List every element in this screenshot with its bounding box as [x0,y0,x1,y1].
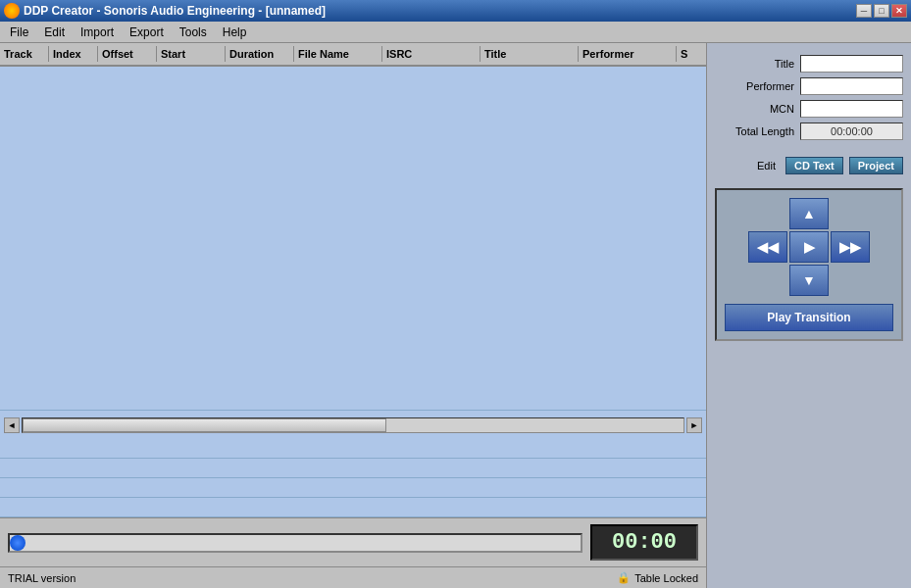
title-bar-left: DDP Creator - Sonoris Audio Engineering … [4,3,326,19]
main-layout: Track Index Offset Start Duration File N… [0,43,911,588]
total-length-field-row: Total Length [715,122,903,140]
playhead-track[interactable] [8,533,582,553]
title-bar: DDP Creator - Sonoris Audio Engineering … [0,0,911,22]
table-locked-label: Table Locked [634,572,698,584]
col-filename: File Name [294,46,382,62]
performer-label: Performer [721,80,794,92]
playhead-indicator [10,535,25,551]
scrollbar-thumb[interactable] [23,418,386,432]
title-label: Title [721,58,794,70]
col-index: Index [49,46,98,62]
col-isrc: ISRC [382,46,481,62]
col-track: Track [0,46,49,62]
transport-bar: 00:00 [0,517,706,566]
nav-empty-2 [831,198,870,229]
lock-icon: 🔒 [617,571,631,584]
table-locked: 🔒 Table Locked [617,571,698,584]
status-bar: TRIAL version 🔒 Table Locked [0,566,706,588]
project-button[interactable]: Project [849,157,903,174]
track-lane-1 [0,439,706,459]
nav-prev-button[interactable]: ◀◀ [748,231,787,263]
scroll-left-icon: ◄ [8,420,17,430]
nav-next-button[interactable]: ▶▶ [831,231,870,263]
nav-play-button[interactable]: ▶ [789,231,829,263]
menu-tools[interactable]: Tools [172,24,215,41]
nav-buttons: ▲ ◀◀ ▶ ▶▶ ▼ [748,198,870,296]
total-length-value [800,122,903,140]
col-offset: Offset [98,46,157,62]
nav-empty-1 [748,198,787,229]
play-transition-button[interactable]: Play Transition [725,304,893,331]
waveform-area: ◄ ► [0,410,706,439]
menu-file[interactable]: File [2,24,36,41]
mcn-input[interactable] [800,100,903,118]
title-field-row: Title [715,55,903,73]
close-button[interactable]: ✕ [891,4,907,18]
left-panel: Track Index Offset Start Duration File N… [0,43,707,588]
performer-input[interactable] [800,77,903,95]
track-lane-3 [0,478,706,498]
edit-row: Edit CD Text Project [715,157,903,174]
scrollbar-track[interactable] [22,417,684,433]
track-lanes [0,439,706,517]
scroll-right-button[interactable]: ► [686,417,702,433]
cd-text-button[interactable]: CD Text [785,157,843,174]
table-header: Track Index Offset Start Duration File N… [0,43,706,67]
track-lane-2 [0,459,706,478]
app-icon [4,3,20,19]
minimize-button[interactable]: ─ [856,4,872,18]
mcn-label: MCN [721,103,794,115]
menu-import[interactable]: Import [73,24,122,41]
nav-up-button[interactable]: ▲ [789,198,829,229]
nav-empty-3 [748,265,787,296]
window-title: DDP Creator - Sonoris Audio Engineering … [24,4,326,18]
track-lane-4 [0,498,706,517]
scroll-right-icon: ► [690,420,699,430]
performer-field-row: Performer [715,77,903,95]
trial-text: TRIAL version [8,572,76,584]
menu-help[interactable]: Help [215,24,255,41]
time-display: 00:00 [590,524,698,561]
menu-export[interactable]: Export [122,24,172,41]
menu-bar: File Edit Import Export Tools Help [0,22,911,43]
right-panel: Title Performer MCN Total Length Edit CD… [707,43,911,588]
col-s: S [677,46,706,62]
scroll-left-button[interactable]: ◄ [4,417,20,433]
title-input[interactable] [800,55,903,73]
fields-section: Title Performer MCN Total Length [715,51,903,149]
maximize-button[interactable]: □ [874,4,889,18]
col-duration: Duration [226,46,294,62]
transport-controls: ▲ ◀◀ ▶ ▶▶ ▼ Play Transition [715,188,903,341]
nav-empty-4 [831,265,870,296]
col-title: Title [481,46,579,62]
window-controls[interactable]: ─ □ ✕ [856,4,907,18]
col-performer: Performer [579,46,677,62]
total-length-label: Total Length [721,125,794,137]
col-start: Start [157,46,226,62]
table-body [0,67,706,410]
menu-edit[interactable]: Edit [36,24,73,41]
mcn-field-row: MCN [715,100,903,118]
nav-down-button[interactable]: ▼ [789,265,829,296]
edit-label: Edit [757,160,776,172]
